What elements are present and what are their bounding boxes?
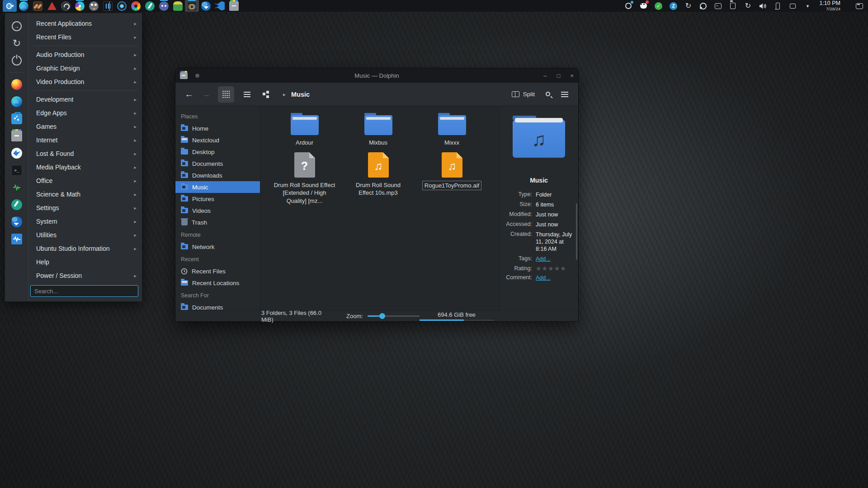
favorite-ubuntustudio-info[interactable]: [5, 230, 28, 248]
place-videos[interactable]: Videos: [175, 205, 260, 216]
steam-tray-icon[interactable]: [699, 2, 707, 10]
info-panel-scrollbar[interactable]: [576, 203, 577, 260]
menu-item-office[interactable]: Office▸: [29, 174, 142, 188]
task-audio-editor[interactable]: [101, 0, 115, 12]
zoom-slider[interactable]: [368, 315, 420, 317]
terminal-tray-icon[interactable]: >_: [714, 2, 722, 10]
menu-item-system[interactable]: System▸: [29, 215, 142, 228]
favorite-system-settings[interactable]: [5, 196, 28, 213]
favorite-discover[interactable]: [5, 110, 28, 127]
discord-tray-icon[interactable]: [639, 2, 647, 10]
menu-item-internet[interactable]: Internet▸: [29, 133, 142, 147]
menu-item-edge-apps[interactable]: Edge Apps▸: [29, 106, 142, 120]
tree-view-button[interactable]: [259, 86, 276, 103]
window-square-icon[interactable]: [788, 2, 797, 10]
tray-expander-chevron-icon[interactable]: ▾: [803, 2, 811, 10]
place-desktop[interactable]: Desktop: [175, 146, 260, 158]
shutdown-button[interactable]: [5, 52, 28, 69]
place-home[interactable]: Home: [175, 122, 260, 134]
check-status-icon[interactable]: ✓: [654, 2, 662, 10]
split-button[interactable]: Split: [508, 88, 538, 100]
file-item-drumroll-10s[interactable]: ♫ Drum Roll Sound Effect 10s.mp3: [341, 152, 415, 205]
menu-item-help[interactable]: Help: [29, 255, 142, 269]
task-thunderbird[interactable]: [199, 0, 213, 12]
status-indicator-icon[interactable]: [624, 2, 632, 10]
z-app-tray-icon[interactable]: Z: [669, 2, 677, 10]
restart-button[interactable]: ↻: [5, 35, 28, 52]
task-mixbus[interactable]: [31, 0, 45, 12]
menu-item-games[interactable]: Games▸: [29, 120, 142, 133]
task-gear-wrench-app[interactable]: [143, 0, 157, 12]
minimize-button[interactable]: –: [543, 72, 547, 79]
menu-item-video-production[interactable]: Video Production▸: [29, 75, 142, 89]
digital-clock[interactable]: 1:10 PM 7/29/24: [819, 0, 840, 11]
file-view[interactable]: Ardour Mixbus Mixxx ? Drum Roll Sound Ef…: [260, 106, 499, 310]
menu-item-recent-files[interactable]: Recent Files▸: [29, 30, 142, 44]
show-desktop-icon[interactable]: [855, 2, 863, 10]
menu-item-media-playback[interactable]: Media Playback▸: [29, 160, 142, 174]
menu-item-graphic-design[interactable]: Graphic Design▸: [29, 61, 142, 75]
back-button[interactable]: ←: [182, 89, 196, 99]
hamburger-menu-icon[interactable]: [561, 92, 568, 93]
favorite-firefox[interactable]: [5, 76, 28, 93]
task-discord[interactable]: [157, 0, 171, 12]
place-network[interactable]: Network: [175, 241, 260, 253]
task-vscode[interactable]: [213, 0, 227, 12]
place-recent-files[interactable]: Recent Files: [175, 265, 260, 277]
task-obs[interactable]: [59, 0, 73, 12]
favorite-thunderbird[interactable]: [5, 213, 28, 230]
file-item-drumroll-extended[interactable]: ? Drum Roll Sound Effect [Extended / Hig…: [268, 152, 341, 205]
menu-item-development[interactable]: Development▸: [29, 93, 142, 106]
file-item-ardour[interactable]: Ardour: [268, 113, 341, 147]
add-comment-link[interactable]: Add...: [536, 275, 551, 281]
file-item-mixxx[interactable]: Mixxx: [415, 113, 489, 147]
task-pinwheel-app[interactable]: [129, 0, 143, 12]
search-icon[interactable]: [546, 92, 550, 96]
file-item-rogue1toypromo[interactable]: ♫ Rogue1ToyPromo.aif: [415, 152, 489, 205]
menu-item-audio-production[interactable]: Audio Production▸: [29, 48, 142, 61]
favorite-audio-wave[interactable]: [5, 179, 28, 196]
updates-sync-icon[interactable]: ↻: [744, 2, 752, 10]
menu-item-utilities[interactable]: Utilities▸: [29, 228, 142, 242]
icons-view-button[interactable]: [218, 86, 234, 103]
place-documents[interactable]: Documents: [175, 158, 260, 169]
task-blue-ring-app[interactable]: [115, 0, 129, 12]
task-rings-app[interactable]: [185, 0, 199, 12]
favorite-archive[interactable]: [5, 127, 28, 145]
favorite-edge[interactable]: [5, 93, 28, 110]
place-pictures[interactable]: Pictures: [175, 193, 260, 205]
forward-button[interactable]: →: [199, 89, 213, 99]
task-edge[interactable]: [17, 0, 31, 12]
breadcrumb-arrow-icon[interactable]: ▸: [283, 91, 286, 98]
menu-search-input[interactable]: [30, 285, 138, 297]
favorite-falkon[interactable]: [5, 145, 28, 162]
menu-item-power-session[interactable]: Power / Session▸: [29, 269, 142, 282]
task-ardour[interactable]: [45, 0, 59, 12]
menu-item-science-and-math[interactable]: Science & Math▸: [29, 188, 142, 201]
rating-stars[interactable]: ★★★★★: [536, 265, 574, 272]
kdeconnect-phone-icon[interactable]: [774, 2, 782, 10]
add-tags-link[interactable]: Add...: [536, 256, 551, 262]
breadcrumb-location[interactable]: Music: [291, 91, 310, 98]
menu-item-lost-and-found[interactable]: Lost & Found▸: [29, 147, 142, 160]
file-item-mixbus[interactable]: Mixbus: [341, 113, 415, 147]
menu-item-settings[interactable]: Settings▸: [29, 201, 142, 215]
place-nextcloud[interactable]: Nextcloud: [175, 134, 260, 146]
place-downloads[interactable]: Downloads: [175, 169, 260, 181]
sync-icon[interactable]: ↻: [684, 2, 692, 10]
zoom-slider-handle[interactable]: [379, 313, 385, 319]
close-button[interactable]: ×: [570, 72, 574, 79]
place-music[interactable]: Music: [175, 181, 260, 193]
clipboard-icon[interactable]: [729, 2, 737, 10]
titlebar[interactable]: Music — Dolphin – □ ×: [175, 68, 578, 83]
task-gimp[interactable]: [87, 0, 101, 12]
place-recent-locations[interactable]: Recent Locations: [175, 277, 260, 289]
menu-item-ubuntu-studio-information[interactable]: Ubuntu Studio Information▸: [29, 242, 142, 255]
app-launcher-button[interactable]: [3, 0, 17, 12]
place-trash[interactable]: Trash: [175, 216, 260, 228]
menu-item-recent-applications[interactable]: Recent Applications▸: [29, 17, 142, 30]
task-green-app[interactable]: [171, 0, 185, 12]
details-view-button[interactable]: [239, 86, 255, 103]
task-mixxx[interactable]: [73, 0, 87, 12]
task-dolphin[interactable]: [227, 0, 241, 12]
